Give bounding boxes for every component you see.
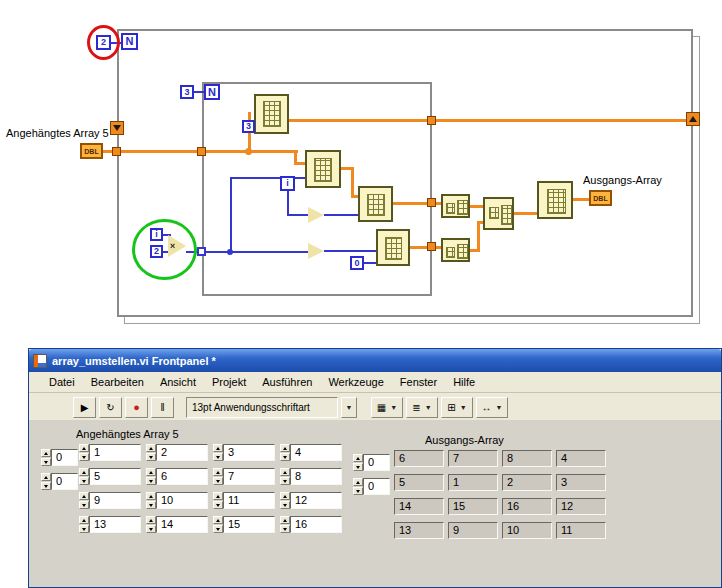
numeric-input[interactable]: 11 (223, 492, 275, 509)
resize-objects-dropdown[interactable]: ⊞ ▼ (441, 397, 473, 418)
increment-button[interactable] (146, 516, 156, 524)
numeric-indicator: 11 (556, 522, 606, 539)
increment-button[interactable] (353, 454, 363, 462)
increment-button[interactable] (79, 492, 89, 500)
menu-fenster[interactable]: Fenster (392, 374, 445, 390)
numeric-input[interactable]: 4 (290, 444, 342, 461)
decrement-button[interactable] (213, 453, 223, 461)
array-node-icon[interactable] (537, 181, 573, 219)
increment-button[interactable] (280, 516, 290, 524)
decrement-button[interactable] (280, 501, 290, 509)
build-array-node-icon[interactable] (483, 197, 514, 230)
inner-loop-count-constant[interactable]: 3 (180, 85, 194, 99)
iteration-terminal[interactable]: i (280, 176, 295, 191)
menu-ansicht[interactable]: Ansicht (152, 374, 204, 390)
zero-constant[interactable]: 0 (350, 256, 364, 270)
increment-button[interactable] (353, 478, 363, 486)
increment-button[interactable] (146, 468, 156, 476)
shift-register-left-icon[interactable] (110, 121, 124, 135)
numeric-input[interactable]: 5 (89, 468, 141, 485)
menu-ausfuehren[interactable]: Ausführen (254, 374, 320, 390)
numeric-input[interactable]: 3 (223, 444, 275, 461)
title-bar[interactable]: array_umstellen.vi Frontpanel * (29, 349, 721, 372)
input-array-dbl-terminal[interactable]: DBL (80, 143, 103, 159)
wire-junction (227, 249, 233, 255)
menu-datei[interactable]: Datei (41, 374, 83, 390)
index-value[interactable]: 0 (363, 478, 390, 495)
index-value[interactable]: 0 (363, 454, 390, 471)
increment-button[interactable] (41, 449, 51, 457)
menu-bearbeiten[interactable]: Bearbeiten (83, 374, 152, 390)
menu-projekt[interactable]: Projekt (204, 374, 254, 390)
decrement-button[interactable] (79, 477, 89, 485)
increment-button[interactable] (280, 468, 290, 476)
reorder-objects-dropdown[interactable]: ↔ ▼ (476, 397, 508, 418)
run-continuous-button[interactable]: ↻ (99, 397, 122, 418)
decrement-button[interactable] (79, 453, 89, 461)
decrement-button[interactable] (353, 463, 363, 471)
increment-button[interactable] (213, 492, 223, 500)
increment-button[interactable] (79, 444, 89, 452)
numeric-input[interactable]: 16 (290, 516, 342, 533)
numeric-input[interactable]: 14 (156, 516, 208, 533)
decrement-button[interactable] (79, 501, 89, 509)
numeric-input[interactable]: 1 (89, 444, 141, 461)
numeric-input[interactable]: 8 (290, 468, 342, 485)
decrement-button[interactable] (146, 477, 156, 485)
index-array-node-icon[interactable] (441, 238, 470, 262)
decrement-button[interactable] (280, 525, 290, 533)
menu-werkzeuge[interactable]: Werkzeuge (320, 374, 391, 390)
align-objects-dropdown[interactable]: ▦ ▼ (371, 397, 403, 418)
increment-button[interactable] (146, 444, 156, 452)
index-value[interactable]: 0 (51, 473, 78, 490)
numeric-input[interactable]: 2 (156, 444, 208, 461)
decrement-button[interactable] (213, 501, 223, 509)
decrement-button[interactable] (146, 501, 156, 509)
decrement-button[interactable] (213, 477, 223, 485)
decrement-button[interactable] (146, 453, 156, 461)
element-spinner (79, 516, 89, 533)
index-value[interactable]: 0 (51, 449, 78, 466)
increment-button[interactable] (41, 473, 51, 481)
increment-button[interactable] (213, 444, 223, 452)
outer-loop-n-terminal[interactable]: N (121, 33, 138, 50)
numeric-input[interactable]: 10 (156, 492, 208, 509)
index-constant[interactable]: 3 (242, 120, 255, 133)
increment-button[interactable] (280, 492, 290, 500)
font-selector-dropdown-button[interactable]: ▼ (341, 397, 357, 418)
pause-button[interactable]: ‖ (151, 397, 174, 418)
numeric-input[interactable]: 12 (290, 492, 342, 509)
numeric-input[interactable]: 7 (223, 468, 275, 485)
font-selector[interactable]: 13pt Anwendungsschriftart (186, 397, 338, 418)
increment-button[interactable] (280, 444, 290, 452)
array-node-icon[interactable] (305, 150, 341, 188)
decrement-button[interactable] (41, 458, 51, 466)
decrement-button[interactable] (213, 525, 223, 533)
array-node-icon[interactable] (358, 186, 393, 222)
decrement-button[interactable] (41, 482, 51, 490)
shift-register-right-icon[interactable] (686, 112, 700, 126)
numeric-input[interactable]: 9 (89, 492, 141, 509)
inner-loop-n-terminal[interactable]: N (204, 84, 220, 100)
increment-button[interactable] (146, 492, 156, 500)
increment-button[interactable] (79, 516, 89, 524)
output-array-dbl-terminal[interactable]: DBL (589, 190, 612, 206)
decrement-button[interactable] (353, 487, 363, 495)
increment-button[interactable] (213, 468, 223, 476)
decrement-button[interactable] (280, 477, 290, 485)
decrement-button[interactable] (146, 525, 156, 533)
array-node-icon[interactable] (376, 229, 410, 266)
numeric-input[interactable]: 13 (89, 516, 141, 533)
decrement-button[interactable] (280, 453, 290, 461)
array-node-icon[interactable] (254, 94, 289, 134)
abort-button[interactable]: ● (125, 397, 148, 418)
distribute-objects-dropdown[interactable]: ≣ ▼ (406, 397, 438, 418)
numeric-input[interactable]: 15 (223, 516, 275, 533)
numeric-input[interactable]: 6 (156, 468, 208, 485)
increment-button[interactable] (213, 516, 223, 524)
increment-button[interactable] (79, 468, 89, 476)
index-array-node-icon[interactable] (441, 194, 470, 218)
decrement-button[interactable] (79, 525, 89, 533)
run-button[interactable]: ▶ (73, 397, 96, 418)
menu-hilfe[interactable]: Hilfe (445, 374, 483, 390)
